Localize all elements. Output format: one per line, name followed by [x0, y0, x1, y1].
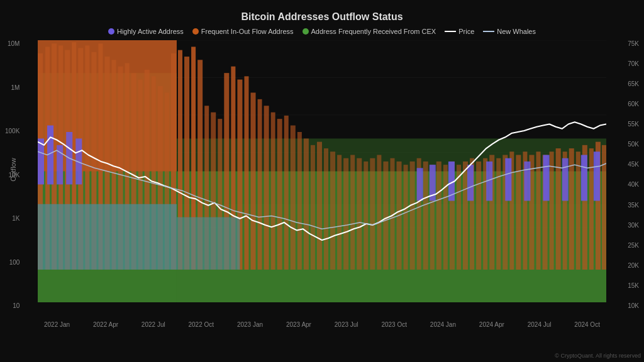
legend-item-frequent: Frequent In-Out Flow Address: [192, 28, 294, 35]
legend-color-highly-active: [108, 28, 114, 35]
legend: Highly Active Address Frequent In-Out Fl…: [38, 28, 606, 35]
svg-rect-60: [337, 155, 341, 270]
legend-item-price: Price: [445, 28, 474, 35]
svg-rect-78: [457, 165, 461, 270]
svg-rect-84: [496, 158, 501, 270]
svg-rect-95: [569, 148, 574, 270]
legend-item-highly-active: Highly Active Address: [108, 28, 184, 35]
y-axis-left: 10M 1M 100K 10K 1K 100 10: [5, 40, 19, 309]
svg-rect-70: [404, 165, 408, 270]
legend-label-cex: Address Frequently Received From CEX: [311, 28, 436, 35]
svg-rect-53: [291, 126, 296, 270]
svg-rect-56: [311, 145, 315, 270]
svg-rect-50: [271, 112, 275, 270]
svg-rect-59: [330, 151, 335, 270]
svg-rect-92: [550, 151, 554, 270]
svg-rect-96: [576, 151, 580, 270]
chart-container: Bitcoin Addresses Outflow Status Highly …: [0, 0, 644, 362]
svg-rect-54: [297, 132, 302, 270]
svg-rect-117: [581, 155, 587, 201]
svg-rect-73: [423, 162, 428, 270]
legend-label-price: Price: [458, 28, 474, 35]
svg-rect-111: [467, 165, 474, 200]
svg-rect-67: [383, 162, 388, 270]
svg-rect-58: [324, 148, 328, 270]
svg-rect-66: [377, 155, 381, 270]
svg-rect-79: [463, 162, 468, 270]
svg-rect-48: [258, 99, 262, 270]
x-axis: 2022 Jan 2022 Apr 2022 Jul 2022 Oct 2023…: [38, 321, 606, 328]
legend-item-cex: Address Frequently Received From CEX: [303, 28, 436, 35]
svg-rect-102: [177, 217, 240, 270]
svg-rect-63: [357, 158, 362, 270]
svg-rect-81: [476, 162, 481, 270]
legend-color-frequent: [192, 28, 199, 35]
svg-rect-75: [436, 162, 441, 270]
svg-rect-87: [516, 155, 521, 270]
svg-rect-103: [38, 138, 44, 184]
legend-color-cex: [303, 28, 309, 35]
svg-rect-114: [524, 162, 530, 201]
svg-rect-90: [536, 151, 541, 270]
svg-rect-113: [505, 158, 511, 201]
svg-rect-101: [38, 204, 177, 270]
svg-rect-46: [244, 76, 248, 270]
y-axis-right: 75K 70K 65K 60K 55K 50K 45K 40K 35K 30K …: [628, 40, 639, 309]
svg-rect-118: [594, 151, 600, 200]
svg-rect-47: [250, 92, 255, 270]
svg-rect-61: [343, 158, 348, 270]
svg-rect-64: [364, 162, 368, 270]
svg-rect-65: [370, 158, 375, 270]
svg-rect-76: [443, 165, 448, 270]
chart-title: Bitcoin Addresses Outflow Status: [38, 11, 606, 23]
svg-rect-115: [543, 155, 550, 201]
svg-rect-49: [264, 106, 269, 270]
copyright-text: © CryptoQuant. All rights reserved: [555, 353, 641, 359]
svg-rect-57: [317, 142, 322, 270]
svg-rect-52: [284, 116, 289, 270]
svg-rect-55: [304, 138, 309, 270]
legend-color-whales: [483, 31, 494, 32]
svg-rect-93: [556, 148, 561, 270]
svg-rect-62: [350, 155, 355, 270]
svg-rect-98: [589, 148, 594, 270]
legend-label-highly-active: Highly Active Address: [117, 28, 184, 35]
svg-rect-51: [277, 119, 282, 270]
chart-svg: [38, 40, 606, 315]
legend-item-whales: New Whales: [483, 28, 536, 35]
legend-color-price: [445, 31, 456, 32]
svg-rect-108: [417, 168, 423, 200]
svg-rect-71: [410, 162, 415, 270]
legend-label-whales: New Whales: [497, 28, 536, 35]
svg-rect-116: [562, 158, 569, 201]
legend-label-frequent: Frequent In-Out Flow Address: [201, 28, 294, 35]
chart-area: Outflow 10M 1M 100K 10K 1K 100 10 75K 70…: [38, 40, 606, 328]
